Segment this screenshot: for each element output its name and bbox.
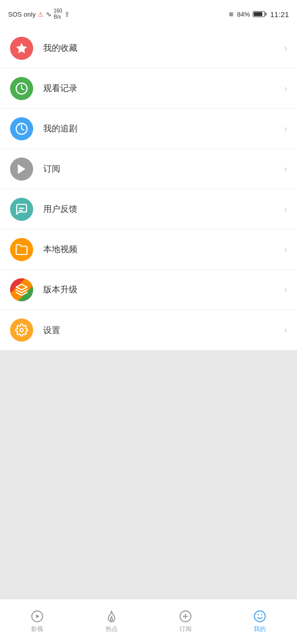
settings-label: 设置 — [43, 325, 284, 336]
favorites-chevron: › — [284, 44, 287, 53]
sos-text: SOS only — [8, 11, 36, 18]
svg-line-4 — [19, 124, 20, 125]
nav-item-mine[interactable]: 我的 — [223, 599, 297, 644]
bottom-nav: 影视 热点 订阅 我的 — [0, 599, 297, 644]
upload-icon: ⇧ — [64, 11, 70, 18]
svg-point-9 — [20, 329, 24, 332]
status-left: SOS only ⚠ ∿ 160B/s ⇧ — [8, 8, 70, 20]
local-icon — [10, 238, 33, 261]
alert-icon: ⚠ — [38, 11, 44, 18]
history-icon — [10, 77, 33, 100]
local-chevron: › — [284, 245, 287, 254]
series-chevron: › — [284, 124, 287, 133]
menu-container: 我的收藏 › 观看记录 › 我的追剧 › — [0, 28, 297, 350]
svg-marker-11 — [36, 614, 40, 619]
battery-fill — [254, 12, 262, 16]
battery-pct: 84% — [237, 11, 250, 18]
subscribe-chevron: › — [284, 165, 287, 174]
nav-item-subscribe[interactable]: 订阅 — [149, 599, 223, 644]
time-display: 11:21 — [270, 10, 289, 19]
svg-point-15 — [254, 611, 265, 622]
favorites-icon — [10, 37, 33, 60]
nav-item-hot[interactable]: 热点 — [74, 599, 149, 644]
hot-nav-label: 热点 — [106, 625, 118, 633]
menu-item-favorites[interactable]: 我的收藏 › — [0, 28, 297, 68]
wifi-icon: ∿ — [46, 10, 52, 18]
feedback-label: 用户反馈 — [43, 203, 284, 215]
svg-marker-5 — [18, 164, 25, 174]
series-icon — [10, 117, 33, 140]
menu-item-history[interactable]: 观看记录 › — [0, 68, 297, 109]
feedback-chevron: › — [284, 205, 287, 214]
mine-nav-label: 我的 — [254, 625, 266, 633]
series-label: 我的追剧 — [43, 123, 284, 134]
local-label: 本地视频 — [43, 244, 284, 255]
subscribe-nav-icon — [179, 610, 192, 623]
movies-nav-label: 影视 — [31, 625, 43, 633]
history-label: 观看记录 — [43, 83, 284, 94]
settings-icon — [10, 318, 33, 342]
gray-area — [0, 350, 297, 599]
battery-icon — [253, 11, 265, 17]
movies-nav-icon — [31, 610, 44, 623]
feedback-icon — [10, 198, 33, 221]
speed-text: 160B/s — [54, 8, 62, 20]
menu-item-update[interactable]: 版本升级 › — [0, 270, 297, 310]
menu-item-local[interactable]: 本地视频 › — [0, 229, 297, 270]
menu-item-subscribe[interactable]: 订阅 › — [0, 149, 297, 189]
subscribe-label: 订阅 — [43, 163, 284, 175]
status-bar: SOS only ⚠ ∿ 160B/s ⇧ ≣ 84% 11:21 — [0, 0, 297, 28]
menu-item-series[interactable]: 我的追剧 › — [0, 109, 297, 149]
svg-marker-8 — [16, 284, 27, 290]
subscribe-nav-label: 订阅 — [179, 625, 191, 633]
subscribe-icon — [10, 157, 33, 181]
svg-marker-0 — [16, 43, 27, 53]
update-icon — [10, 278, 33, 301]
mine-nav-icon — [253, 610, 266, 623]
history-chevron: › — [284, 84, 287, 93]
update-chevron: › — [284, 285, 287, 294]
signal-icon: ≣ — [229, 11, 234, 18]
settings-chevron: › — [284, 326, 287, 335]
nav-item-movies[interactable]: 影视 — [0, 599, 74, 644]
favorites-label: 我的收藏 — [43, 42, 284, 54]
menu-item-feedback[interactable]: 用户反馈 › — [0, 189, 297, 229]
status-right: ≣ 84% 11:21 — [229, 10, 289, 19]
hot-nav-icon — [105, 610, 118, 623]
update-label: 版本升级 — [43, 284, 284, 295]
menu-item-settings[interactable]: 设置 › — [0, 310, 297, 350]
